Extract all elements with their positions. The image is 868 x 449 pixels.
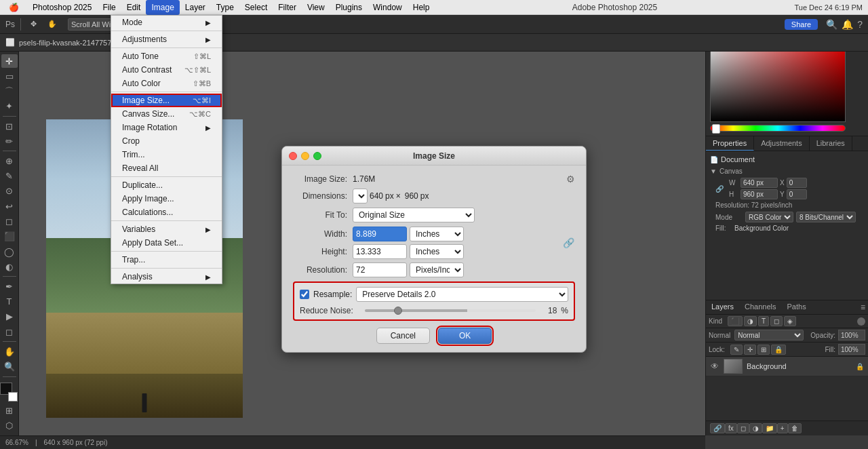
duplicate-label: Duplicate... [122,180,163,190]
menu-item-auto-contrast[interactable]: Auto Contrast ⌥⇧⌘L [111,63,222,77]
dimensions-px2-label: px [420,191,429,201]
resample-row: Resample: Preserve Details 2.0 [300,287,568,302]
resolution-unit-select[interactable]: Pixels/Inch [410,262,464,277]
crop-label: Crop [122,136,140,146]
analysis-label: Analysis [122,272,153,281]
link-aspect-icon[interactable]: 🔗 [561,237,575,248]
resample-section: Resample: Preserve Details 2.0 Reduce No… [293,281,575,321]
reveal-all-label: Reveal All [122,163,158,173]
image-rotation-label: Image Rotation [122,123,177,132]
menu-sep-7 [111,268,222,269]
menu-item-duplicate[interactable]: Duplicate... [111,178,222,192]
height-unit-select[interactable]: Inches [410,244,464,259]
image-size-dialog: Image Size Image Size: 1.76M ⚙ Dimension… [281,146,587,353]
menu-sep-1 [111,31,222,31]
trap-label: Trap... [122,255,145,265]
menu-item-auto-color[interactable]: Auto Color ⇧⌘B [111,77,222,90]
width-height-section: Width: Inches Height: Inches [293,227,575,259]
menu-item-calculations[interactable]: Calculations... [111,206,222,219]
auto-color-shortcut: ⇧⌘B [193,79,211,88]
menu-item-apply-data-set[interactable]: Apply Data Set... [111,236,222,250]
dimensions-height-val: 960 [405,191,418,201]
auto-color-label: Auto Color [122,79,161,88]
menu-item-adjustments[interactable]: Adjustments ▶ [111,33,222,46]
dimensions-label: Dimensions: [293,191,347,201]
dialog-buttons: Cancel OK [293,328,575,344]
resample-method-select[interactable]: Preserve Details 2.0 [356,287,568,302]
resample-checkbox[interactable] [300,290,309,299]
auto-contrast-label: Auto Contrast [122,65,172,75]
menu-item-auto-tone[interactable]: Auto Tone ⇧⌘L [111,50,222,63]
resolution-input[interactable] [353,262,407,277]
menu-item-apply-image[interactable]: Apply Image... [111,192,222,206]
width-input[interactable] [353,227,407,241]
menu-item-variables[interactable]: Variables ▶ [111,222,222,236]
dimensions-x-sep: × [396,191,401,201]
fit-to-label: Fit To: [293,210,347,220]
menu-item-trim[interactable]: Trim... [111,148,222,161]
image-size-label-text: Image Size: [293,174,347,184]
variables-arrow: ▶ [205,226,211,233]
noise-label: Reduce Noise: [300,306,361,315]
width-unit-select[interactable]: Inches [410,227,464,241]
menu-item-analysis[interactable]: Analysis ▶ [111,270,222,284]
mode-label: Mode [122,18,142,27]
canvas-size-shortcut: ⌥⌘C [189,110,211,119]
dimensions-px-label: px [385,191,394,201]
menu-sep-2 [111,47,222,48]
adjustments-label: Adjustments [122,35,167,44]
canvas-size-label: Canvas Size... [122,109,174,119]
cancel-button[interactable]: Cancel [376,328,430,344]
dimensions-dropdown[interactable]: ▼ [353,189,368,203]
auto-tone-shortcut: ⇧⌘L [193,52,211,61]
menu-item-trap[interactable]: Trap... [111,253,222,267]
dimensions-width-val: 640 [370,191,383,201]
menu-item-mode[interactable]: Mode ▶ [111,16,222,29]
image-size-label: Image Size... [122,96,170,105]
fit-to-select[interactable]: Original Size [353,208,475,222]
apply-image-label: Apply Image... [122,194,174,203]
menu-sep-6 [111,251,222,252]
dialog-titlebar: Image Size [282,147,586,165]
noise-row: Reduce Noise: 18 % [300,306,568,315]
close-button[interactable] [289,152,297,160]
auto-contrast-shortcut: ⌥⇧⌘L [184,66,211,75]
traffic-lights [289,152,321,160]
height-row: Height: Inches [293,244,559,259]
noise-slider[interactable] [365,309,536,312]
apply-data-set-label: Apply Data Set... [122,238,183,248]
ok-button[interactable]: OK [438,328,492,344]
menu-sep-5 [111,220,222,221]
calculations-label: Calculations... [122,208,173,217]
fit-to-row: Fit To: Original Size [293,208,575,222]
menu-item-image-size[interactable]: Image Size... ⌥⌘I [111,94,222,107]
menu-item-canvas-size[interactable]: Canvas Size... ⌥⌘C [111,107,222,121]
menu-item-reveal-all[interactable]: Reveal All [111,161,222,175]
resolution-dialog-label: Resolution: [293,265,347,275]
adjustments-arrow: ▶ [205,36,211,43]
image-size-row: Image Size: 1.76M ⚙ [293,174,575,184]
image-rotation-arrow: ▶ [205,124,211,132]
maximize-button[interactable] [313,152,321,160]
menu-sep-4 [111,176,222,177]
gear-icon[interactable]: ⚙ [566,174,575,184]
image-menu-dropdown: Mode ▶ Adjustments ▶ Auto Tone ⇧⌘L Auto … [111,15,222,284]
width-row: Width: Inches [293,227,559,241]
height-dialog-label: Height: [293,247,347,256]
menu-item-image-rotation[interactable]: Image Rotation ▶ [111,121,222,134]
dialog-body: Image Size: 1.76M ⚙ Dimensions: ▼ 640 px… [282,165,586,352]
variables-label: Variables [122,224,155,234]
trim-label: Trim... [122,150,145,159]
noise-pct: % [561,306,568,315]
menu-sep-3 [111,92,222,92]
image-size-shortcut: ⌥⌘I [193,96,211,105]
dialog-title: Image Size [282,151,586,161]
analysis-arrow: ▶ [205,273,211,281]
image-size-value: 1.76M [353,174,375,184]
minimize-button[interactable] [301,152,309,160]
noise-value: 18 [540,306,557,315]
width-dialog-label: Width: [293,229,347,239]
auto-tone-label: Auto Tone [122,52,159,61]
menu-item-crop[interactable]: Crop [111,134,222,148]
height-input[interactable] [353,244,407,259]
